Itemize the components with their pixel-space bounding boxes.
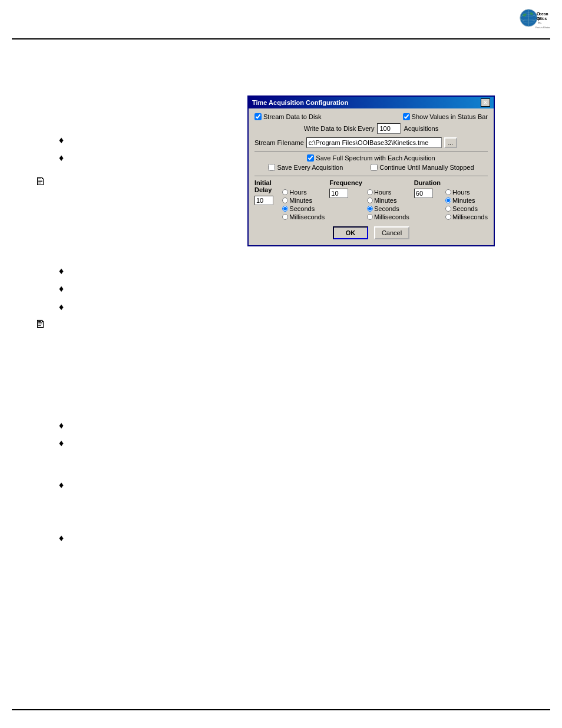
frequency-input[interactable] bbox=[329, 189, 348, 198]
gap20 bbox=[24, 467, 538, 479]
dur-hours-radio[interactable] bbox=[445, 189, 451, 195]
duration-input[interactable] bbox=[414, 189, 433, 198]
show-values-checkbox-label[interactable]: Show Values in Status Bar bbox=[403, 113, 488, 120]
gap3 bbox=[24, 69, 538, 81]
freq-milliseconds-radio[interactable] bbox=[367, 214, 373, 220]
save-every-row: Save Every Acquisition Continue Until Ma… bbox=[254, 164, 488, 171]
dur-seconds-label: Seconds bbox=[452, 205, 478, 212]
stream-data-label: Stream Data to Disk bbox=[263, 113, 321, 120]
divider2 bbox=[254, 176, 488, 176]
write-data-label: Write Data to Disk Every bbox=[304, 125, 375, 132]
bullet-symbol-5: ♦ bbox=[59, 301, 64, 314]
initial-delay-input[interactable] bbox=[254, 196, 273, 205]
duration-label: Duration bbox=[414, 179, 441, 186]
duration-units-col: Hours Minutes Seconds Milliseconds bbox=[445, 189, 488, 220]
bullet-symbol-4: ♦ bbox=[59, 282, 64, 295]
freq-seconds-radio[interactable] bbox=[367, 206, 373, 212]
initial-minutes-row: Minutes bbox=[282, 197, 325, 204]
stream-data-checkbox-label[interactable]: Stream Data to Disk bbox=[254, 113, 321, 120]
cancel-button[interactable]: Cancel bbox=[374, 226, 409, 239]
initial-hours-label: Hours bbox=[289, 189, 306, 196]
freq-seconds-label: Seconds bbox=[374, 205, 399, 212]
header: cean ptics inc. First in Photonics™ O O bbox=[0, 0, 562, 38]
initial-seconds-radio[interactable] bbox=[282, 206, 288, 212]
frequency-label: Frequency bbox=[329, 179, 362, 186]
initial-seconds-label: Seconds bbox=[289, 205, 315, 212]
dur-hours-label: Hours bbox=[452, 189, 470, 196]
dur-milliseconds-radio[interactable] bbox=[445, 214, 451, 220]
svg-text:cean: cean bbox=[539, 12, 548, 16]
dur-seconds-row: Seconds bbox=[445, 205, 488, 212]
initial-milliseconds-label: Milliseconds bbox=[289, 213, 325, 220]
bullet-symbol-3: ♦ bbox=[59, 265, 64, 278]
stream-filename-row: Stream Filename c:\Program Files\OOIBase… bbox=[254, 137, 488, 148]
write-data-row: Write Data to Disk Every 100 Acquisition… bbox=[254, 123, 488, 134]
save-every-label[interactable]: Save Every Acquisition bbox=[268, 164, 343, 171]
bullet-item-4: ♦ bbox=[59, 282, 538, 295]
initial-delay-col: Initial Delay bbox=[254, 179, 277, 220]
bullet-item-9: ♦ bbox=[59, 532, 538, 545]
save-full-spectrum-label[interactable]: Save Full Spectrum with Each Acquisition bbox=[307, 154, 435, 162]
bullet-item-6: ♦ bbox=[59, 419, 538, 432]
dur-hours-row: Hours bbox=[445, 189, 488, 196]
bullet-symbol-2: ♦ bbox=[59, 151, 64, 164]
dialog-body: Stream Data to Disk Show Values in Statu… bbox=[249, 108, 494, 245]
save-full-spectrum-checkbox[interactable] bbox=[307, 154, 314, 162]
logo-area: cean ptics inc. First in Photonics™ O O bbox=[515, 6, 550, 35]
bullet-symbol-8: ♦ bbox=[59, 479, 64, 492]
continue-until-text: Continue Until Manually Stopped bbox=[379, 164, 474, 171]
continue-until-label[interactable]: Continue Until Manually Stopped bbox=[371, 164, 474, 171]
continue-until-checkbox[interactable] bbox=[371, 164, 378, 171]
gap4 bbox=[24, 81, 538, 93]
svg-text:O: O bbox=[537, 16, 540, 21]
stream-filename-input[interactable]: c:\Program Files\OOIBase32\Kinetics.tme bbox=[306, 137, 442, 148]
gap17 bbox=[24, 396, 538, 407]
gap23 bbox=[24, 520, 538, 532]
initial-milliseconds-row: Milliseconds bbox=[282, 213, 325, 220]
freq-milliseconds-row: Milliseconds bbox=[367, 213, 409, 220]
dur-seconds-radio[interactable] bbox=[445, 206, 451, 212]
freq-hours-label: Hours bbox=[374, 189, 391, 196]
ok-button[interactable]: OK bbox=[333, 226, 368, 239]
bullet-item-5: ♦ bbox=[59, 301, 538, 314]
dur-milliseconds-row: Milliseconds bbox=[445, 213, 488, 220]
bullet-item-7: ♦ bbox=[59, 437, 538, 450]
freq-minutes-label: Minutes bbox=[374, 197, 397, 204]
write-data-input[interactable]: 100 bbox=[377, 123, 401, 134]
svg-text:First in Photonics™: First in Photonics™ bbox=[535, 26, 550, 29]
gap2 bbox=[24, 57, 538, 69]
initial-minutes-label: Minutes bbox=[289, 197, 312, 204]
page-content: Time Acquisition Configuration × Stream … bbox=[0, 39, 562, 556]
stream-filename-label: Stream Filename bbox=[254, 139, 304, 146]
frequency-units-col: Hours Minutes Seconds Milliseconds bbox=[367, 189, 409, 220]
note-icon-2: 🖹 bbox=[35, 318, 538, 331]
freq-milliseconds-label: Milliseconds bbox=[374, 213, 409, 220]
dialog-titlebar: Time Acquisition Configuration × bbox=[249, 97, 494, 108]
frequency-col: Frequency bbox=[329, 179, 362, 220]
initial-hours-radio[interactable] bbox=[282, 189, 288, 195]
gap18 bbox=[24, 407, 538, 419]
initial-minutes-radio[interactable] bbox=[282, 197, 288, 203]
dur-minutes-radio[interactable] bbox=[445, 197, 451, 203]
top-checkboxes-row: Stream Data to Disk Show Values in Statu… bbox=[254, 113, 488, 120]
gap12 bbox=[24, 337, 538, 348]
browse-button[interactable]: ... bbox=[444, 137, 457, 148]
bullet-symbol-6: ♦ bbox=[59, 419, 64, 432]
save-full-spectrum-text: Save Full Spectrum with Each Acquisition bbox=[316, 154, 435, 162]
gap21 bbox=[24, 496, 538, 508]
bullet-symbol-9: ♦ bbox=[59, 532, 64, 545]
footer-divider bbox=[12, 709, 550, 710]
show-values-checkbox[interactable] bbox=[403, 113, 410, 120]
bullet-symbol-7: ♦ bbox=[59, 437, 64, 450]
close-button[interactable]: × bbox=[481, 98, 490, 107]
stream-data-checkbox[interactable] bbox=[254, 113, 262, 120]
bullet-symbol-1: ♦ bbox=[59, 134, 64, 147]
write-data-unit: Acquisitions bbox=[404, 125, 438, 132]
save-every-checkbox[interactable] bbox=[268, 164, 275, 171]
initial-milliseconds-radio[interactable] bbox=[282, 214, 288, 220]
divider1 bbox=[254, 151, 488, 151]
freq-hours-radio[interactable] bbox=[367, 189, 373, 195]
gap14 bbox=[24, 360, 538, 372]
initial-delay-units-col: Hours Minutes Seconds Milliseconds bbox=[282, 189, 325, 220]
freq-minutes-radio[interactable] bbox=[367, 197, 373, 203]
